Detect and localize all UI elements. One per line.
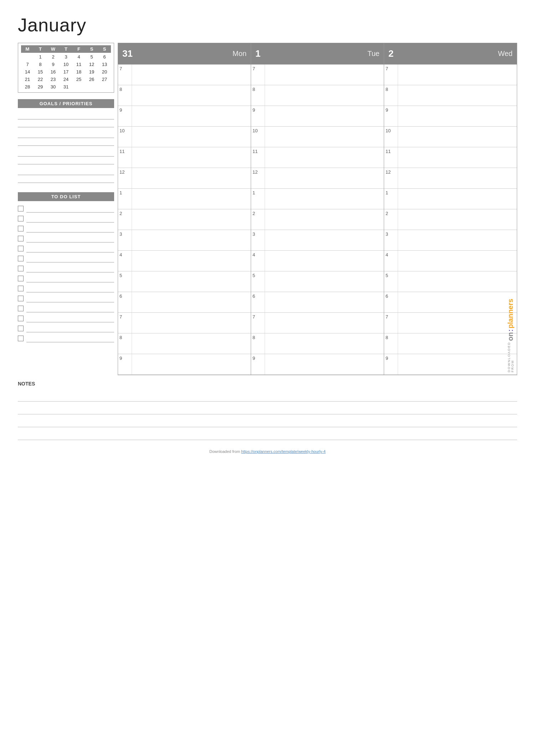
todo-checkbox-1[interactable] xyxy=(18,206,24,211)
time-slot-tue-9b: 9 xyxy=(251,354,384,375)
time-slot-wed-10: 10 xyxy=(384,127,517,147)
goal-line-3 xyxy=(18,149,114,164)
day-column-mon: 31 Mon 7 8 9 10 11 12 1 2 3 4 5 6 7 8 9 xyxy=(118,43,251,375)
time-slot-mon-9: 9 xyxy=(118,106,251,127)
time-slot-tue-12: 12 xyxy=(251,168,384,189)
time-slot-mon-5: 5 xyxy=(118,271,251,292)
time-slot-wed-8b: 8 xyxy=(384,333,517,354)
notes-line-1[interactable] xyxy=(18,389,517,402)
todo-checkbox-11[interactable] xyxy=(18,306,24,311)
day-column-wed: 2 Wed 7 8 9 10 11 12 1 2 3 4 5 6 7 8 9 D… xyxy=(384,43,517,375)
time-slot-wed-6: 6 xyxy=(384,292,517,313)
time-slot-wed-1: 1 xyxy=(384,189,517,209)
todo-checkbox-14[interactable] xyxy=(18,336,24,341)
page-title: January xyxy=(18,14,517,36)
todo-checkbox-9[interactable] xyxy=(18,286,24,291)
time-slot-tue-8: 8 xyxy=(251,85,384,106)
todo-checkbox-5[interactable] xyxy=(18,246,24,251)
todo-item-11 xyxy=(18,305,114,312)
time-slot-wed-4: 4 xyxy=(384,251,517,271)
time-slot-tue-1: 1 xyxy=(251,189,384,209)
mini-cal-grid: 1 2 3 4 5 6 7 8 9 10 11 12 13 14 15 16 1… xyxy=(21,53,111,90)
todo-checkbox-4[interactable] xyxy=(18,236,24,241)
day-num-tue: 1 xyxy=(255,48,260,59)
todo-item-13 xyxy=(18,325,114,332)
time-slot-wed-12: 12 xyxy=(384,168,517,189)
cal-col-s2: S xyxy=(98,46,111,52)
todo-item-2 xyxy=(18,215,114,223)
notes-lines xyxy=(18,389,517,440)
todo-checkbox-6[interactable] xyxy=(18,256,24,261)
todo-section: TO DO LIST xyxy=(18,192,114,344)
day-name-tue: Tue xyxy=(367,50,379,58)
time-slot-wed-5: 5 xyxy=(384,271,517,292)
todo-checkbox-3[interactable] xyxy=(18,226,24,231)
todo-item-14 xyxy=(18,334,114,342)
todo-item-1 xyxy=(18,205,114,213)
cal-col-w: W xyxy=(47,46,60,52)
time-slot-wed-7b: 7 xyxy=(384,313,517,333)
notes-section: NOTES xyxy=(18,381,517,440)
goal-line-1 xyxy=(18,112,114,127)
day-name-wed: Wed xyxy=(498,50,513,58)
time-slot-mon-7: 7 xyxy=(118,65,251,85)
todo-item-10 xyxy=(18,295,114,302)
time-slot-mon-8: 8 xyxy=(118,85,251,106)
day-num-wed: 2 xyxy=(388,48,393,59)
mini-calendar: M T W T F S S 1 2 3 4 5 6 7 8 9 10 11 xyxy=(18,43,114,93)
goal-line-2 xyxy=(18,130,114,146)
todo-item-4 xyxy=(18,235,114,242)
time-slot-mon-12: 12 xyxy=(118,168,251,189)
sidebar: M T W T F S S 1 2 3 4 5 6 7 8 9 10 11 xyxy=(18,43,118,375)
time-slot-tue-10: 10 xyxy=(251,127,384,147)
todo-item-12 xyxy=(18,315,114,322)
todo-item-8 xyxy=(18,275,114,282)
todo-item-7 xyxy=(18,265,114,272)
brand-downloaded-text: DOWNLOADED FROM xyxy=(507,342,514,372)
day-header-wed: 2 Wed xyxy=(384,43,517,65)
time-slot-mon-10: 10 xyxy=(118,127,251,147)
time-slot-tue-7b: 7 xyxy=(251,313,384,333)
cal-col-f: F xyxy=(72,46,85,52)
time-slot-wed-8: 8 xyxy=(384,85,517,106)
time-slot-tue-4: 4 xyxy=(251,251,384,271)
time-slot-tue-11: 11 xyxy=(251,147,384,168)
footer-url: Downloaded from https://onplanners.com/t… xyxy=(18,446,517,454)
schedule-area: 31 Mon 7 8 9 10 11 12 1 2 3 4 5 6 7 8 9 … xyxy=(118,43,517,375)
cal-col-t: T xyxy=(34,46,47,52)
time-slot-wed-9b: 9 DOWNLOADED FROM on:planners xyxy=(384,354,517,375)
todo-header: TO DO LIST xyxy=(18,192,114,201)
time-slot-tue-3: 3 xyxy=(251,230,384,251)
time-slot-mon-6: 6 xyxy=(118,292,251,313)
brand-colon: : xyxy=(506,329,515,332)
todo-item-5 xyxy=(18,245,114,252)
todo-items xyxy=(18,205,114,344)
todo-checkbox-13[interactable] xyxy=(18,326,24,331)
goals-header: GOALS / PRIORITIES xyxy=(18,99,114,108)
day-name-mon: Mon xyxy=(233,50,246,58)
cal-col-t2: T xyxy=(60,46,72,52)
notes-line-3[interactable] xyxy=(18,414,517,427)
time-slot-mon-4: 4 xyxy=(118,251,251,271)
brand-on-text: on xyxy=(506,332,515,341)
todo-checkbox-12[interactable] xyxy=(18,316,24,321)
time-slot-tue-5: 5 xyxy=(251,271,384,292)
day-num-mon: 31 xyxy=(122,48,133,59)
time-slot-mon-2: 2 xyxy=(118,209,251,230)
todo-checkbox-10[interactable] xyxy=(18,296,24,301)
cal-col-s: S xyxy=(85,46,98,52)
notes-line-2[interactable] xyxy=(18,402,517,414)
goal-line-4 xyxy=(18,167,114,183)
footer-link[interactable]: https://onplanners.com/template/weekly-h… xyxy=(241,449,326,454)
todo-checkbox-8[interactable] xyxy=(18,276,24,281)
notes-line-4[interactable] xyxy=(18,427,517,440)
brand-watermark: DOWNLOADED FROM on:planners xyxy=(506,299,515,372)
todo-checkbox-2[interactable] xyxy=(18,216,24,221)
time-slot-tue-8b: 8 xyxy=(251,333,384,354)
day-column-tue: 1 Tue 7 8 9 10 11 12 1 2 3 4 5 6 7 8 9 xyxy=(251,43,384,375)
time-slot-mon-9b: 9 xyxy=(118,354,251,375)
time-slot-tue-9: 9 xyxy=(251,106,384,127)
brand-planners-text: planners xyxy=(506,299,515,328)
todo-checkbox-7[interactable] xyxy=(18,266,24,271)
time-slot-mon-8b: 8 xyxy=(118,333,251,354)
